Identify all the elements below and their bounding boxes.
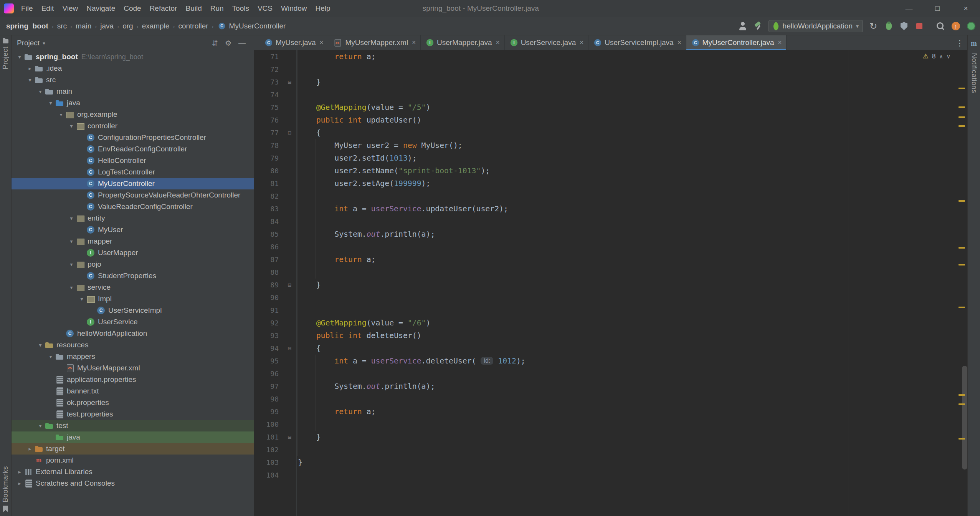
chevron-down-icon[interactable]: ▾	[67, 123, 76, 129]
code-line-80[interactable]: 80 user2.setName("sprint-boot-1013");	[254, 164, 967, 177]
code-editor[interactable]: 71 return a;7273⊟ }7475 @GetMapping(valu…	[254, 50, 967, 516]
tree-item-UserServiceImpl[interactable]: CUserServiceImpl	[12, 305, 254, 316]
tree-item-mappers[interactable]: ▾mappers	[12, 351, 254, 362]
chevron-right-icon[interactable]: ▸	[15, 480, 24, 486]
tree-item-mapper[interactable]: ▾mapper	[12, 236, 254, 247]
editor-tab-UserService.java[interactable]: IUserService.java×	[505, 35, 589, 50]
code-line-100[interactable]: 100	[254, 418, 967, 431]
editor-tab-MyUserController.java[interactable]: CMyUserController.java×	[686, 35, 787, 50]
close-button[interactable]: ×	[952, 0, 980, 17]
code-line-102[interactable]: 102	[254, 443, 967, 456]
tree-item-service[interactable]: ▾service	[12, 282, 254, 293]
chevron-down-icon[interactable]: ▾	[36, 88, 45, 95]
breadcrumb-item-org[interactable]: org	[122, 22, 133, 30]
tree-item-spring_boot[interactable]: ▾spring_bootE:\learn\spring_boot	[12, 51, 254, 63]
project-tool-icon[interactable]	[3, 39, 8, 43]
profile-icon[interactable]	[738, 21, 748, 31]
coverage-icon[interactable]	[899, 21, 909, 31]
code-line-72[interactable]: 72	[254, 63, 967, 76]
code-line-81[interactable]: 81 user2.setAge(199999);	[254, 177, 967, 190]
code-line-86[interactable]: 86	[254, 241, 967, 253]
tree-item-controller[interactable]: ▾controller	[12, 120, 254, 132]
chevron-right-icon[interactable]: ▸	[15, 469, 24, 475]
code-line-82[interactable]: 82	[254, 190, 967, 202]
project-panel-title[interactable]: Project	[17, 39, 40, 47]
code-line-77[interactable]: 77⊟ {	[254, 126, 967, 139]
tree-item-ValueReaderConfigController[interactable]: CValueReaderConfigController	[12, 201, 254, 212]
tab-close-icon[interactable]: ×	[678, 39, 681, 46]
tree-item-LogTestController[interactable]: CLogTestController	[12, 166, 254, 178]
tree-item-HelloController[interactable]: CHelloController	[12, 155, 254, 166]
tree-item-main[interactable]: ▾main	[12, 86, 254, 97]
warning-stripe-mark[interactable]	[959, 125, 965, 127]
tree-item-org.example[interactable]: ▾org.example	[12, 109, 254, 120]
tree-item-.idea[interactable]: ▸.idea	[12, 63, 254, 74]
build-hammer-icon[interactable]	[753, 21, 763, 31]
tab-close-icon[interactable]: ×	[778, 39, 782, 46]
hide-panel-icon[interactable]: —	[235, 39, 249, 47]
tree-item-MyUserMapper.xml[interactable]: <>MyUserMapper.xml	[12, 362, 254, 374]
tree-item-target[interactable]: ▸target	[12, 443, 254, 455]
run-configuration-select[interactable]: helloWorldApplication ▾	[768, 20, 863, 32]
code-line-88[interactable]: 88	[254, 266, 967, 279]
chevron-down-icon[interactable]: ▾	[67, 284, 76, 290]
chevron-right-icon[interactable]: ▸	[26, 446, 34, 452]
tree-item-ok.properties[interactable]: ok.properties	[12, 397, 254, 408]
maven-tool-icon[interactable]: m	[971, 39, 977, 48]
code-line-71[interactable]: 71 return a;	[254, 50, 967, 63]
code-line-97[interactable]: 97 System.out.println(a);	[254, 380, 967, 393]
menu-refactor[interactable]: Refactor	[145, 0, 182, 17]
code-line-84[interactable]: 84	[254, 215, 967, 228]
code-line-91[interactable]: 91	[254, 304, 967, 317]
update-available-icon[interactable]: ↑	[951, 21, 961, 31]
menu-view[interactable]: View	[58, 0, 82, 17]
menu-file[interactable]: File	[17, 0, 37, 17]
code-line-74[interactable]: 74	[254, 88, 967, 101]
tree-item-MyUserController[interactable]: CMyUserController	[12, 178, 254, 189]
warning-stripe-mark[interactable]	[959, 264, 965, 265]
debug-icon[interactable]	[884, 21, 894, 31]
minimize-button[interactable]: —	[895, 0, 923, 17]
code-line-98[interactable]: 98	[254, 393, 967, 405]
code-line-89[interactable]: 89⊟ }	[254, 279, 967, 291]
warning-stripe-mark[interactable]	[959, 403, 965, 405]
chevron-down-icon[interactable]: ▾	[57, 111, 65, 118]
fold-marker-icon[interactable]: ⊟	[283, 79, 296, 86]
editor-tab-UserMapper.java[interactable]: IUserMapper.java×	[421, 35, 505, 50]
warning-stripe-mark[interactable]	[959, 200, 965, 202]
code-line-92[interactable]: 92 @GetMapping(value = "/6")	[254, 317, 967, 329]
warning-stripe-mark[interactable]	[959, 247, 965, 249]
ide-status-icon[interactable]	[966, 21, 976, 31]
warning-stripe-mark[interactable]	[959, 307, 965, 308]
chevron-down-icon[interactable]: ▾	[15, 54, 24, 60]
tree-item-MyUser[interactable]: CMyUser	[12, 224, 254, 236]
editor-tab-MyUser.java[interactable]: CMyUser.java×	[259, 35, 328, 50]
project-stripe-button[interactable]: Project	[2, 46, 10, 70]
chevron-down-icon[interactable]: ▾	[67, 238, 76, 244]
menu-run[interactable]: Run	[206, 0, 228, 17]
code-line-87[interactable]: 87 return a;	[254, 253, 967, 266]
locate-file-icon[interactable]: ⇵	[208, 39, 221, 48]
code-line-78[interactable]: 78 MyUser user2 = new MyUser();	[254, 139, 967, 152]
tree-item-Scratches and Consoles[interactable]: ▸Scratches and Consoles	[12, 478, 254, 489]
next-issue-icon[interactable]: ∨	[947, 53, 950, 60]
tree-item-pojo[interactable]: ▾pojo	[12, 259, 254, 270]
bookmark-icon[interactable]	[3, 506, 8, 512]
tree-item-src[interactable]: ▾src	[12, 74, 254, 86]
warning-stripe-mark[interactable]	[959, 88, 965, 89]
menu-build[interactable]: Build	[181, 0, 206, 17]
menu-tools[interactable]: Tools	[228, 0, 253, 17]
tree-item-helloWorldApplication[interactable]: ChelloWorldApplication	[12, 328, 254, 339]
chevron-right-icon[interactable]: ▸	[26, 65, 34, 71]
chevron-down-icon[interactable]: ▾	[67, 261, 76, 267]
stop-button[interactable]	[914, 21, 924, 31]
code-line-73[interactable]: 73⊟ }	[254, 76, 967, 88]
tree-item-java[interactable]: java	[12, 431, 254, 443]
fold-marker-icon[interactable]: ⊟	[283, 282, 296, 289]
breadcrumb-item-src[interactable]: src	[57, 22, 67, 30]
tree-item-test.properties[interactable]: test.properties	[12, 408, 254, 420]
breadcrumb-item-java[interactable]: java	[100, 22, 114, 30]
tree-item-ConfigurationPropertiesController[interactable]: CConfigurationPropertiesController	[12, 132, 254, 143]
tree-item-StudentProperties[interactable]: CStudentProperties	[12, 270, 254, 282]
code-line-93[interactable]: 93 public int deleteUser()	[254, 329, 967, 342]
